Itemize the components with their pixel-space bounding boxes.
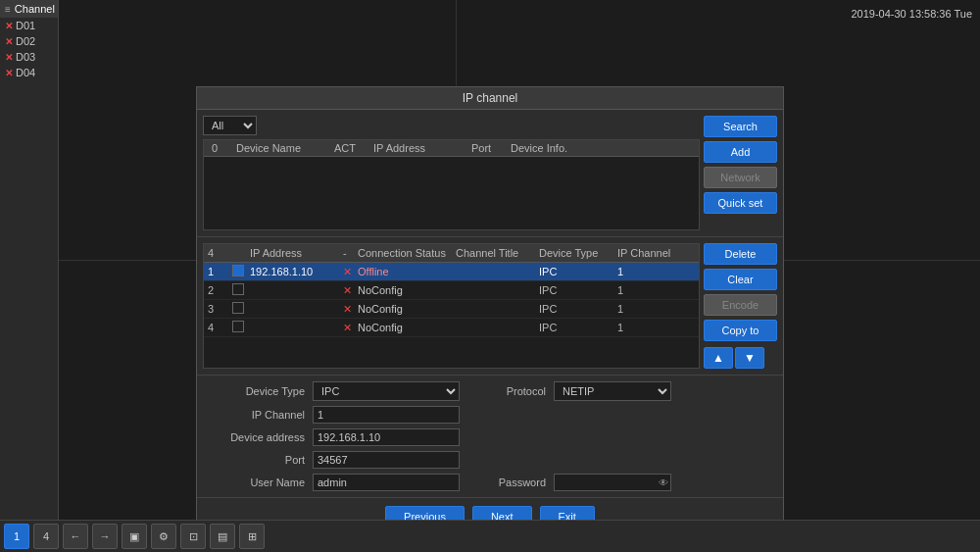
search-button[interactable]: Search bbox=[704, 116, 777, 137]
row1-ipchan: 1 bbox=[617, 266, 695, 277]
taskbar-icon-ch4[interactable]: 4 bbox=[33, 524, 59, 549]
taskbar-icon-live[interactable]: 1 bbox=[4, 524, 29, 549]
col-port: Port bbox=[467, 142, 507, 154]
up-button[interactable]: ▲ bbox=[704, 347, 733, 369]
live-icon-symbol: 1 bbox=[14, 530, 20, 542]
settings-icon-symbol: ⚙ bbox=[159, 530, 169, 543]
back-icon-symbol: ← bbox=[71, 530, 81, 542]
row2-status: NoConfig bbox=[358, 284, 456, 296]
taskbar-icon-tv[interactable]: ▣ bbox=[122, 524, 147, 549]
row4-status: NoConfig bbox=[358, 322, 456, 333]
row1-dtype: IPC bbox=[539, 266, 617, 277]
col-num: 0 bbox=[208, 142, 232, 154]
row2-x: ✕ bbox=[343, 284, 358, 297]
ch-header-title: Channel Title bbox=[456, 247, 539, 259]
port-label: Port bbox=[207, 454, 305, 466]
taskbar-icon-hdd[interactable]: ▤ bbox=[210, 524, 235, 549]
row3-x: ✕ bbox=[343, 303, 358, 316]
row2-num: 2 bbox=[208, 284, 232, 296]
taskbar-icon-forward[interactable]: → bbox=[92, 524, 118, 549]
channel-panel: 4 IP Address - Connection Status Channel… bbox=[197, 237, 783, 376]
channel-icon: ≡ bbox=[5, 4, 11, 15]
row3-status: NoConfig bbox=[358, 303, 456, 315]
filter-dropdown[interactable]: All bbox=[203, 116, 257, 135]
taskbar-icon-settings[interactable]: ⚙ bbox=[151, 524, 176, 549]
port-input[interactable] bbox=[313, 451, 460, 469]
encode-button: Encode bbox=[704, 294, 777, 316]
d02-label: D02 bbox=[16, 35, 35, 47]
user-name-input[interactable] bbox=[313, 474, 460, 491]
d04-status-icon: ✕ bbox=[5, 68, 13, 78]
channel-table-container: 4 IP Address - Connection Status Channel… bbox=[203, 243, 777, 369]
row2-cb[interactable] bbox=[232, 283, 250, 297]
grid-icon-symbol: ⊞ bbox=[248, 530, 257, 543]
row2-ipchan: 1 bbox=[617, 284, 695, 296]
network-button: Network bbox=[704, 167, 777, 188]
taskbar-icon-back[interactable]: ← bbox=[63, 524, 88, 549]
ch-header-ipchan: IP Channel bbox=[617, 247, 695, 259]
hdd-icon-symbol: ▤ bbox=[218, 530, 227, 543]
password-input[interactable] bbox=[554, 474, 671, 491]
device-address-input[interactable] bbox=[313, 428, 460, 446]
taskbar-icon-grid[interactable]: ⊞ bbox=[239, 524, 265, 549]
d04-label: D04 bbox=[16, 67, 35, 78]
channel-row-2[interactable]: 2 ✕ NoConfig IPC 1 bbox=[204, 281, 699, 300]
col-ip: IP Address bbox=[369, 142, 467, 154]
password-label: Password bbox=[467, 477, 546, 488]
delete-button[interactable]: Delete bbox=[704, 243, 777, 265]
password-wrapper: 👁 bbox=[554, 474, 671, 491]
clear-button[interactable]: Clear bbox=[704, 269, 777, 290]
ch-header-ip: IP Address bbox=[250, 247, 343, 259]
sidebar-item-d02[interactable]: ✕ D02 bbox=[0, 33, 58, 49]
ch4-icon-symbol: 4 bbox=[43, 530, 49, 542]
sidebar-title-label: Channel bbox=[15, 3, 55, 15]
datetime-display: 2019-04-30 13:58:36 Tue bbox=[851, 8, 972, 20]
ch-header-num: 4 bbox=[208, 247, 232, 259]
ch-header-status: Connection Status bbox=[358, 247, 456, 259]
form-panel: Device Type IPC Protocol NETIP IP Channe… bbox=[197, 376, 783, 498]
add-button[interactable]: Add bbox=[704, 141, 777, 163]
row1-cb[interactable] bbox=[232, 265, 250, 278]
down-button[interactable]: ▼ bbox=[735, 347, 764, 369]
sidebar: ≡ Channel ✕ D01 ✕ D02 ✕ D03 ✕ D04 bbox=[0, 0, 59, 520]
user-name-label: User Name bbox=[207, 477, 305, 488]
password-eye-icon: 👁 bbox=[659, 477, 668, 488]
col-device-name: Device Name bbox=[232, 142, 330, 154]
channel-row-4[interactable]: 4 ✕ NoConfig IPC 1 bbox=[204, 319, 699, 337]
row4-dtype: IPC bbox=[539, 322, 617, 333]
row4-cb[interactable] bbox=[232, 321, 250, 334]
row4-ipchan: 1 bbox=[617, 322, 695, 333]
datetime-text: 2019-04-30 13:58:36 Tue bbox=[851, 8, 972, 20]
device-type-select[interactable]: IPC bbox=[313, 381, 460, 401]
channel-row-1[interactable]: 1 192.168.1.10 ✕ Offline IPC 1 bbox=[204, 263, 699, 281]
device-address-label: Device address bbox=[207, 431, 305, 443]
channel-table-header: 4 IP Address - Connection Status Channel… bbox=[204, 244, 699, 263]
sidebar-item-d03[interactable]: ✕ D03 bbox=[0, 49, 58, 65]
search-results-header: 0 Device Name ACT IP Address Port Device… bbox=[204, 140, 699, 157]
sidebar-item-d01[interactable]: ✕ D01 bbox=[0, 18, 58, 33]
row1-ip: 192.168.1.10 bbox=[250, 266, 343, 277]
search-results-table: 0 Device Name ACT IP Address Port Device… bbox=[203, 139, 700, 230]
d03-label: D03 bbox=[16, 51, 35, 63]
d01-status-icon: ✕ bbox=[5, 21, 13, 31]
d03-status-icon: ✕ bbox=[5, 52, 13, 63]
device-type-label: Device Type bbox=[207, 385, 305, 397]
row3-cb[interactable] bbox=[232, 302, 250, 316]
ch-header-dash: - bbox=[343, 247, 358, 259]
row3-ipchan: 1 bbox=[617, 303, 695, 315]
row1-status: Offline bbox=[358, 266, 456, 277]
copy-to-button[interactable]: Copy to bbox=[704, 320, 777, 341]
row1-num: 1 bbox=[208, 266, 232, 277]
up-down-buttons: ▲ ▼ bbox=[704, 347, 777, 369]
channel-row-3[interactable]: 3 ✕ NoConfig IPC 1 bbox=[204, 300, 699, 319]
ip-channel-input[interactable] bbox=[313, 406, 460, 424]
row3-dtype: IPC bbox=[539, 303, 617, 315]
quick-set-button[interactable]: Quick set bbox=[704, 192, 777, 214]
channel-buttons: Delete Clear Encode Copy to ▲ ▼ bbox=[704, 243, 777, 369]
row4-x: ✕ bbox=[343, 322, 358, 334]
search-buttons: Search Add Network Quick set bbox=[704, 116, 777, 230]
sidebar-item-d04[interactable]: ✕ D04 bbox=[0, 65, 58, 80]
protocol-select[interactable]: NETIP bbox=[554, 381, 671, 401]
taskbar-icon-monitor[interactable]: ⊡ bbox=[180, 524, 206, 549]
d01-label: D01 bbox=[16, 20, 35, 31]
